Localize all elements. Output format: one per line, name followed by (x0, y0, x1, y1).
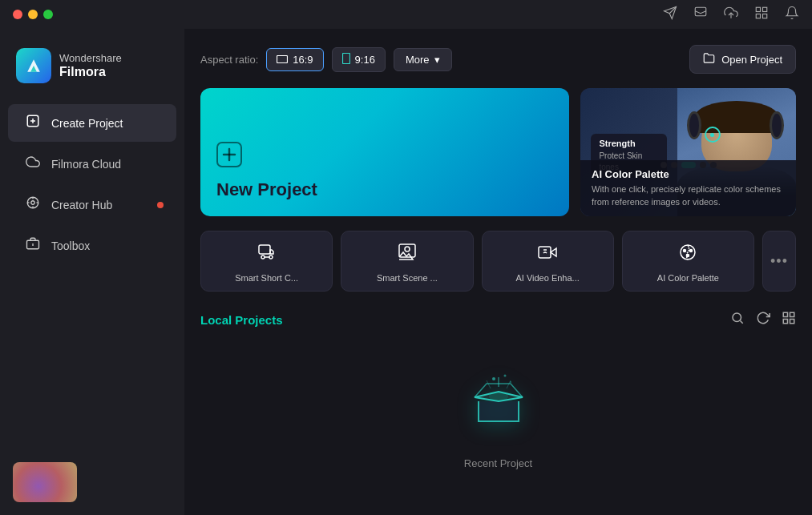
svg-point-34 (684, 250, 686, 252)
open-project-button[interactable]: Open Project (689, 45, 796, 74)
user-avatar[interactable] (13, 462, 77, 502)
svg-point-36 (687, 255, 689, 257)
more-button[interactable]: More ▾ (394, 48, 452, 71)
logo-text: Wondershare Filmora (59, 52, 122, 79)
bell-icon[interactable] (785, 6, 799, 23)
minimize-button[interactable] (28, 10, 38, 19)
smart-short-label: Smart Short C... (209, 273, 324, 283)
logo-brand: Wondershare (59, 52, 122, 65)
cloud-upload-icon[interactable] (724, 6, 738, 23)
empty-state: Recent Project (200, 345, 796, 493)
logo-icon (16, 48, 51, 83)
aspect-9-16-label: 9:16 (355, 54, 375, 66)
cards-row: New Project (200, 88, 796, 216)
ai-video-card[interactable]: AI Video Enha... (482, 231, 614, 292)
main-content: Aspect ratio: 16:9 9:16 More ▾ (184, 29, 812, 515)
close-button[interactable] (13, 10, 22, 19)
svg-rect-19 (277, 55, 288, 62)
ai-video-icon (538, 243, 557, 267)
refresh-projects-button[interactable] (756, 311, 770, 329)
ai-color-label: AI Color Palette (631, 273, 745, 283)
aspect-9-16-icon (342, 53, 350, 66)
folder-icon (703, 52, 715, 66)
titlebar-actions (663, 6, 799, 23)
smart-short-card[interactable]: Smart Short C... (200, 231, 333, 292)
new-project-label: New Project (216, 179, 553, 200)
sidebar-item-label-toolbox: Toolbox (51, 239, 90, 252)
svg-point-11 (31, 201, 35, 205)
cloud-icon (24, 155, 42, 173)
svg-rect-20 (342, 53, 349, 63)
sidebar: Wondershare Filmora Create Project Filmo… (0, 29, 184, 515)
new-project-card[interactable]: New Project (200, 88, 569, 216)
grid-view-button[interactable] (782, 311, 796, 329)
svg-point-25 (261, 255, 265, 259)
sidebar-item-creator-hub[interactable]: Creator Hub (8, 186, 176, 223)
aspect-16-9-button[interactable]: 16:9 (266, 48, 323, 71)
svg-marker-30 (551, 248, 556, 256)
svg-line-45 (487, 380, 491, 388)
svg-rect-4 (756, 7, 760, 11)
ai-video-label: AI Video Enha... (491, 273, 605, 283)
smart-short-icon (257, 243, 277, 267)
svg-rect-39 (783, 312, 787, 316)
local-projects-actions (730, 311, 796, 329)
svg-point-43 (489, 392, 508, 401)
svg-rect-7 (763, 14, 767, 18)
sidebar-item-create-project[interactable]: Create Project (8, 104, 176, 142)
open-project-label: Open Project (721, 54, 782, 66)
app-body: Wondershare Filmora Create Project Filmo… (0, 29, 812, 515)
new-project-plus-icon (216, 142, 553, 173)
ai-card-overlay: AI Color Palette With one click, precise… (580, 160, 796, 216)
creator-hub-icon (24, 195, 42, 214)
smart-scene-label: Smart Scene ... (349, 273, 464, 283)
sidebar-item-toolbox[interactable]: Toolbox (8, 227, 176, 264)
svg-point-48 (503, 375, 506, 377)
logo: Wondershare Filmora (0, 35, 184, 103)
sidebar-bottom (0, 449, 184, 515)
toolbox-icon (24, 236, 42, 255)
svg-point-26 (269, 255, 273, 259)
svg-rect-40 (790, 312, 794, 316)
ai-feature-card[interactable]: Strength Protect Skin tones AI (580, 88, 796, 216)
aspect-ratio-label: Aspect ratio: (200, 54, 258, 66)
ai-card-title: AI Color Palette (592, 168, 785, 180)
svg-point-49 (510, 381, 511, 383)
ai-color-card[interactable]: AI Color Palette (622, 231, 754, 292)
smart-scene-icon (398, 243, 417, 267)
svg-rect-5 (763, 7, 767, 11)
aspect-9-16-button[interactable]: 9:16 (332, 47, 386, 72)
svg-rect-41 (783, 320, 787, 324)
send-icon[interactable] (663, 6, 677, 23)
local-projects-title: Local Projects (200, 313, 283, 327)
quick-actions-more-button[interactable]: ••• (762, 231, 796, 292)
aspect-ratio-bar: Aspect ratio: 16:9 9:16 More ▾ (200, 45, 796, 74)
maximize-button[interactable] (43, 10, 53, 19)
sidebar-item-label-create: Create Project (51, 117, 123, 130)
aspect-16-9-label: 16:9 (293, 54, 313, 66)
create-project-icon (24, 114, 42, 132)
ai-card-description: With one click, precisely replicate colo… (592, 183, 785, 208)
svg-point-37 (733, 313, 741, 322)
chat-icon[interactable] (693, 6, 708, 23)
aspect-16-9-icon (277, 54, 288, 66)
svg-point-35 (690, 250, 693, 252)
creator-hub-badge (157, 202, 164, 208)
search-projects-button[interactable] (730, 311, 745, 329)
smart-scene-card[interactable]: Smart Scene ... (341, 231, 473, 292)
sidebar-item-filmora-cloud[interactable]: Filmora Cloud (8, 145, 176, 183)
logo-product: Filmora (59, 65, 122, 79)
sidebar-item-label-hub: Creator Hub (51, 199, 112, 211)
svg-line-38 (740, 320, 742, 323)
svg-rect-6 (756, 14, 760, 18)
grid-icon[interactable] (754, 6, 769, 23)
titlebar (0, 0, 812, 29)
svg-rect-42 (790, 320, 794, 324)
svg-rect-24 (259, 245, 270, 254)
more-label: More (406, 54, 430, 66)
local-projects-header: Local Projects (200, 311, 796, 329)
svg-point-47 (492, 377, 495, 380)
more-dots-icon: ••• (770, 253, 788, 270)
svg-point-29 (405, 247, 410, 251)
quick-actions-row: Smart Short C... Smart Scene ... AI Vide… (200, 231, 796, 292)
